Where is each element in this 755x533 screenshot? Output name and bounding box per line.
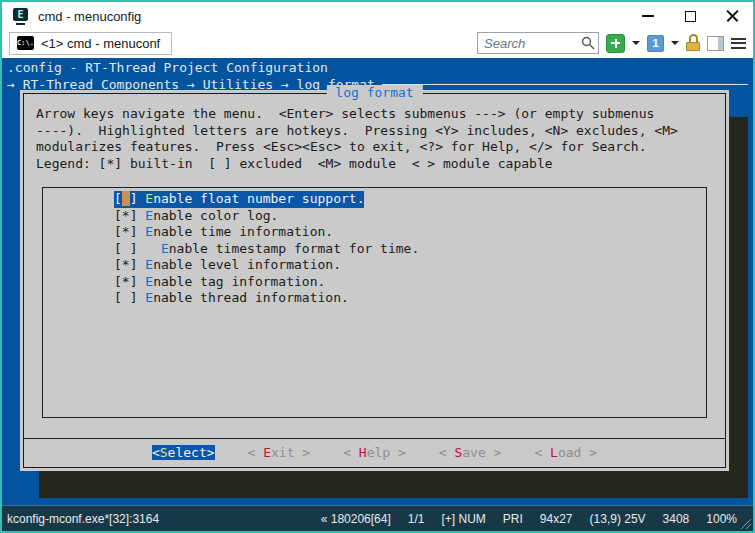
search-box [477,32,599,54]
conemu-window: E cmd - menuconfig C:\. <1> cmd - menuco… [0,0,755,533]
status-segment: PRI [503,512,523,526]
minimize-icon [642,15,654,17]
help-button[interactable]: < Help > [343,445,406,460]
save-button[interactable]: < Save > [439,445,502,460]
menu-item[interactable]: [*] Enable time information. [114,224,706,241]
toolbar: 1 [477,32,746,54]
menu-item[interactable]: [ ] Enable timestamp format for time. [114,241,706,258]
dialog-buttons: <Select>< Exit >< Help >< Save >< Load > [24,445,725,460]
menu-item[interactable]: [*] Enable level information. [114,257,706,274]
status-bar: kconfig-mconf.exe*[32]:3164 « 180206[64]… [2,505,753,531]
dialog-instructions: Arrow keys navigate the menu. <Enter> se… [36,106,678,172]
instruction-line: Arrow keys navigate the menu. <Enter> se… [36,106,678,123]
new-console-button[interactable] [606,34,625,53]
tab-bar: C:\. <1> cmd - menuconf 1 [2,30,753,58]
tab-cmd-menuconf[interactable]: C:\. <1> cmd - menuconf [9,32,172,55]
instruction-line: modularizes features. Press <Esc><Esc> t… [36,139,678,156]
maximize-icon [685,11,696,22]
console-list-dropdown-icon[interactable] [671,41,679,45]
load-button[interactable]: < Load > [534,445,597,460]
maximize-button[interactable] [669,2,711,30]
conemu-app-icon: E [12,8,29,25]
menu-icon[interactable] [731,38,746,49]
exit-button[interactable]: < Exit > [248,445,311,460]
close-button[interactable] [711,2,753,30]
status-segment: [+] NUM [441,512,485,526]
sidebar-toggle-icon[interactable] [707,36,724,51]
status-process: kconfig-mconf.exe*[32]:3164 [7,512,159,526]
status-right: « 180206[64]1/1[+] NUMPRI94x27(13,9) 25V… [304,512,737,526]
status-segment: (13,9) 25V [590,512,646,526]
menu-item[interactable]: [*] Enable color log. [114,208,706,225]
breadcrumb-rule [382,84,748,85]
window-controls [627,2,753,30]
cursor-block [122,191,130,206]
status-segment: 3408 [663,512,690,526]
dialog-frame: log format Arrow keys navigate the menu.… [23,93,726,468]
menu-list: [ ] Enable float number support.[*] Enab… [42,187,707,418]
instruction-line: Legend: [*] built-in [ ] excluded <M> mo… [36,156,678,173]
minimize-button[interactable] [627,2,669,30]
new-console-dropdown-icon[interactable] [632,41,640,45]
log-format-dialog: log format Arrow keys navigate the menu.… [20,90,729,471]
tab-label: <1> cmd - menuconf [41,36,160,51]
status-segment: 100% [706,512,737,526]
kconfig-header: .config - RT-Thread Project Configuratio… [7,60,328,75]
cmd-icon: C:\. [17,36,34,50]
menu-item[interactable]: [*] Enable tag information. [114,274,706,291]
status-segment: 1/1 [408,512,425,526]
console-area: .config - RT-Thread Project Configuratio… [2,58,753,505]
title-bar: E cmd - menuconfig [2,2,753,30]
conemu-app-icon-glyph: E [13,8,28,21]
button-separator [24,438,725,439]
lock-icon[interactable] [686,34,700,52]
dialog-title: log format [326,85,422,100]
instruction-line: ----). Highlighted letters are hotkeys. … [36,123,678,140]
menu-item[interactable]: [ ] Enable thread information. [114,290,706,307]
menu-item[interactable]: [ ] Enable float number support. [114,191,706,208]
close-icon [726,10,739,23]
status-segment: « 180206[64] [321,512,391,526]
status-segment: 94x27 [540,512,573,526]
resize-grip[interactable] [737,515,752,530]
window-title: cmd - menuconfig [38,9,141,24]
select-button[interactable]: <Select> [152,445,215,460]
search-icon [581,36,595,50]
active-console-button[interactable]: 1 [647,35,664,52]
